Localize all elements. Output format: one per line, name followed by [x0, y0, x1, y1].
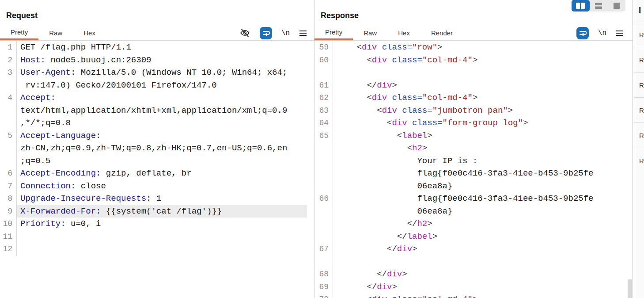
code-token: "form-group log" — [442, 118, 523, 128]
code-line-text: </label> — [333, 230, 633, 243]
code-token: </ — [387, 244, 397, 254]
code-line: 62 <div class="col-md-4"> — [314, 92, 633, 104]
menu-icon[interactable] — [616, 30, 624, 37]
line-number: 66 — [314, 192, 333, 205]
word-wrap-button[interactable] — [260, 27, 272, 39]
menu-icon[interactable] — [299, 30, 307, 37]
code-line-text: </div> — [333, 79, 633, 92]
code-line: 10Priority: u=0, i — [0, 218, 314, 230]
code-token: h2 — [412, 143, 422, 153]
request-editor[interactable]: 1GET /flag.php HTTP/1.12Host: node5.buuo… — [0, 41, 314, 298]
code-token: > — [412, 244, 417, 254]
word-wrap-button[interactable] — [576, 27, 589, 39]
line-number: 68 — [314, 268, 333, 281]
code-line-text: rv:147.0) Gecko/20100101 Firefox/147.0 — [17, 79, 307, 92]
code-token: zh-CN,zh;q=0.9,zh-TW;q=0.8,zh-HK;q=0.7,e… — [20, 143, 287, 153]
code-token: > — [392, 80, 397, 90]
request-tab-pretty[interactable]: Pretty — [0, 25, 38, 40]
code-token: > — [402, 269, 407, 279]
code-token: < — [357, 42, 362, 52]
code-line-text: Upgrade-Insecure-Requests: 1 — [17, 192, 307, 205]
code-token: node5.buuoj.cn:26309 — [45, 55, 151, 65]
code-line: 63 <div class="jumbotron pan"> — [314, 104, 633, 117]
code-token: h2 — [417, 219, 427, 229]
code-token: > — [422, 143, 427, 153]
request-toolbar: \n — [239, 25, 307, 41]
newline-toggle-icon[interactable]: \n — [598, 29, 606, 37]
response-tab-raw[interactable]: Raw — [353, 25, 387, 40]
code-token: "row" — [412, 42, 437, 52]
columns-layout-icon[interactable] — [572, 0, 590, 11]
code-line-text: Priority: u=0, i — [17, 218, 307, 230]
code-token: Host: — [20, 55, 45, 65]
code-token: = — [437, 118, 442, 128]
code-line-text: flag{f0e0c416-3fa3-41ee-b453-9b25fe — [333, 167, 633, 180]
code-line-text: <h2> — [333, 142, 633, 155]
code-token: label — [402, 131, 427, 141]
code-token: X-Forwarded-For: — [20, 206, 101, 216]
inspector-section-4[interactable]: R — [634, 122, 644, 148]
inspector-section-0[interactable]: R — [634, 22, 644, 47]
code-token: close — [76, 181, 106, 191]
code-token: 06ea8a} — [417, 181, 452, 191]
line-number — [0, 155, 17, 168]
code-line: 5Accept-Language: — [0, 130, 314, 142]
request-tab-raw[interactable]: Raw — [38, 25, 73, 40]
response-scrollbar[interactable] — [627, 41, 633, 298]
code-line-text: </div> — [333, 268, 633, 281]
code-line-text: ,*/*;q=0.8 — [17, 117, 307, 130]
code-token: < — [367, 294, 371, 298]
code-token: "jumbotron pan" — [432, 106, 508, 115]
inspector-section-5[interactable]: R — [634, 148, 644, 173]
code-token: flag{f0e0c416-3fa3-41ee-b453-9b25fe — [417, 194, 593, 203]
code-line: 4Accept: — [0, 92, 314, 104]
line-number — [0, 117, 17, 130]
inspector-title: I — [634, 0, 644, 22]
code-line-text: <label> — [333, 130, 633, 142]
code-line: 64 <div class="form-group log"> — [314, 117, 633, 130]
code-line-text: Accept-Language: — [17, 130, 307, 142]
response-scrollbar-thumb[interactable] — [628, 279, 632, 298]
code-line: 60 <div class="col-md-4"> — [314, 54, 633, 67]
code-line-text: <div class="row"> — [333, 41, 633, 54]
code-token: flag{f0e0c416-3fa3-41ee-b453-9b25fe — [417, 168, 593, 178]
code-token: > — [427, 131, 432, 141]
code-token: < — [367, 55, 371, 65]
code-token: < — [397, 131, 402, 141]
line-number — [0, 142, 17, 155]
response-tab-render[interactable]: Render — [420, 25, 463, 40]
inspector-section-2[interactable]: R — [634, 72, 644, 97]
single-layout-icon[interactable] — [607, 0, 625, 11]
line-number — [0, 79, 17, 92]
line-number: 1 — [0, 41, 17, 54]
response-tab-hex[interactable]: Hex — [387, 25, 420, 40]
code-line: <h2> — [314, 142, 633, 155]
code-token: class — [402, 106, 427, 115]
code-token: "col-md-4" — [422, 93, 473, 103]
line-number: 2 — [0, 54, 17, 67]
code-token: class — [392, 93, 417, 103]
code-line-text: <div class="form-group log"> — [333, 117, 633, 130]
code-token: class — [392, 55, 417, 65]
inspector-section-3[interactable]: R — [634, 97, 644, 122]
code-token: Mozilla/5.0 (Windows NT 10.0; Win64; x64… — [76, 68, 287, 77]
code-token: </ — [367, 282, 377, 292]
code-line-text: </div> — [333, 243, 633, 256]
code-token: 06ea8a} — [417, 206, 452, 216]
line-number — [314, 155, 333, 168]
request-tab-hex[interactable]: Hex — [73, 25, 106, 40]
code-token: text/html,application/xhtml+xml,applicat… — [20, 106, 287, 115]
hide-eye-icon[interactable] — [239, 27, 250, 38]
newline-toggle-icon[interactable]: \n — [281, 29, 290, 37]
line-number: 62 — [314, 92, 333, 104]
code-line: 70 <div class="col-md-4"> — [314, 293, 633, 298]
line-number — [314, 142, 333, 155]
rows-layout-icon[interactable] — [590, 0, 608, 11]
view-layout-switcher — [572, 0, 625, 11]
code-line — [314, 66, 633, 79]
inspector-section-1[interactable]: R — [634, 47, 644, 72]
response-viewer[interactable]: 59 <div class="row">60 <div class="col-m… — [314, 41, 633, 298]
code-token: Connection: — [20, 181, 76, 191]
code-token: div — [397, 244, 412, 254]
response-tab-pretty[interactable]: Pretty — [314, 25, 353, 40]
